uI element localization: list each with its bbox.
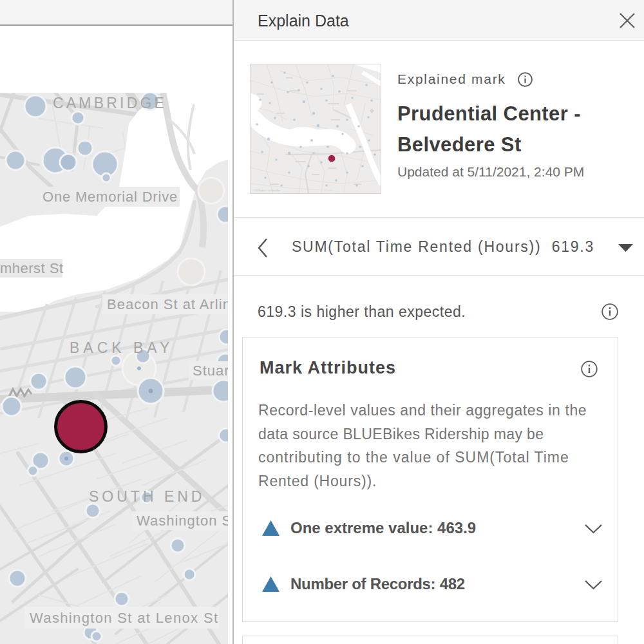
svg-text:Washington St at Lenox St: Washington St at Lenox St	[30, 610, 218, 626]
svg-text:mherst St: mherst St	[0, 260, 64, 276]
svg-text:BACK BAY: BACK BAY	[70, 339, 173, 356]
svg-text:© 2021 Mapbox © OpenStreetMap: © 2021 Mapbox © OpenStreetMap	[252, 189, 281, 192]
svg-text:Washington St: Washington St	[137, 513, 228, 529]
svg-text:One Memorial Drive: One Memorial Drive	[43, 189, 178, 205]
svg-text:Stuart S: Stuart S	[193, 363, 228, 379]
svg-text:Beacon St at Arlingt: Beacon St at Arlingt	[107, 296, 228, 312]
svg-text:SOUTH END: SOUTH END	[89, 488, 205, 505]
svg-text:CAMBRIDGE: CAMBRIDGE	[53, 95, 167, 111]
